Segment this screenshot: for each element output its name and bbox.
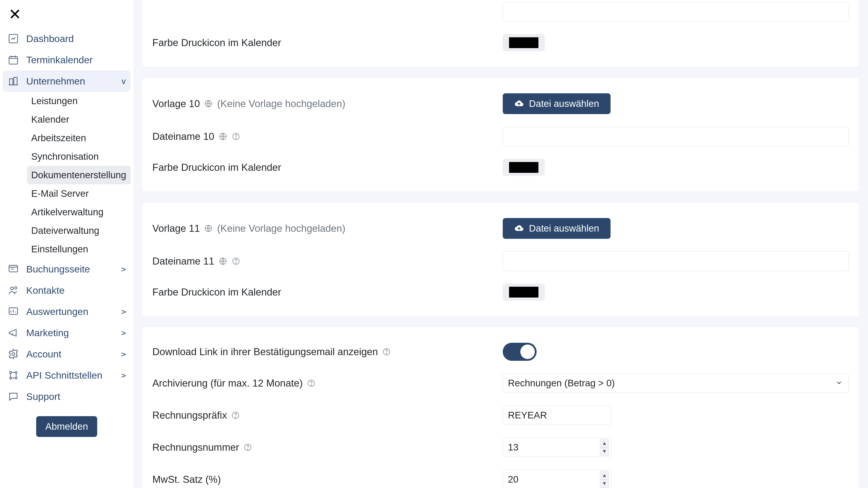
- logout-button[interactable]: Abmelden: [36, 416, 97, 437]
- globe-icon: [218, 132, 227, 141]
- color-picker-10[interactable]: [503, 159, 545, 176]
- chevron-right-icon: >: [121, 371, 126, 380]
- svg-point-20: [9, 371, 11, 373]
- archive-label: Archivierung (für max. 12 Monate): [152, 378, 303, 389]
- sidebar-sub-dokumentenerstellung[interactable]: Dokumentenerstellung: [27, 166, 131, 184]
- sidebar-item-auswertungen[interactable]: Auswertungen >: [3, 301, 131, 322]
- globe-icon: [218, 257, 227, 266]
- svg-point-35: [311, 385, 312, 385]
- invoice-no-stepper[interactable]: ▲ ▼: [600, 439, 609, 456]
- sidebar-item-label: API Schnittstellen: [26, 370, 114, 381]
- color-picker-11[interactable]: [503, 284, 545, 301]
- download-link-label: Download Link in ihrer Bestätigungsemail…: [152, 346, 378, 357]
- template11-hint: (Keine Vorlage hochgeladen): [217, 223, 345, 234]
- sidebar-item-buchungsseite[interactable]: Buchungsseite >: [3, 258, 131, 280]
- sidebar-sub-leistungen[interactable]: Leistungen: [27, 92, 131, 110]
- sidebar-sub-einstellungen[interactable]: Einstellungen: [27, 240, 131, 258]
- svg-rect-7: [9, 79, 13, 85]
- svg-point-27: [236, 138, 237, 139]
- stepper-down-icon[interactable]: ▼: [600, 448, 609, 456]
- sidebar-item-label: Auswertungen: [26, 306, 114, 317]
- color-label: Farbe Druckicon im Kalender: [152, 37, 281, 48]
- svg-point-31: [236, 263, 237, 263]
- sidebar-sub-email-server[interactable]: E-Mail Server: [27, 184, 131, 203]
- choose-file-button-11[interactable]: Datei auswählen: [503, 218, 611, 239]
- prefix-input[interactable]: [503, 405, 611, 425]
- stepper-down-icon[interactable]: ▼: [600, 480, 609, 488]
- choose-file-button-10[interactable]: Datei auswählen: [503, 93, 611, 114]
- cloud-upload-icon: [514, 223, 524, 233]
- svg-point-22: [9, 377, 11, 379]
- sidebar-item-label: Support: [26, 391, 126, 402]
- sidebar-sub-artikelverwaltung[interactable]: Artikelverwaltung: [27, 203, 131, 221]
- svg-point-13: [11, 287, 13, 290]
- invoice-no-input[interactable]: [503, 437, 611, 457]
- invoice-no-label: Rechnungsnummer: [152, 442, 239, 453]
- help-icon[interactable]: [307, 379, 316, 388]
- help-icon[interactable]: [231, 132, 241, 141]
- help-icon[interactable]: [243, 443, 252, 452]
- archive-select-value: Rechnungen (Betrag > 0): [503, 373, 849, 393]
- chevron-right-icon: >: [121, 307, 126, 316]
- close-sidebar-button[interactable]: [5, 4, 24, 24]
- download-link-toggle[interactable]: [503, 343, 537, 361]
- template10-hint: (Keine Vorlage hochgeladen): [217, 98, 345, 109]
- chevron-right-icon: >: [121, 350, 126, 359]
- sidebar-item-terminkalender[interactable]: Terminkalender: [3, 49, 131, 70]
- help-icon[interactable]: [382, 347, 391, 356]
- api-icon: [7, 369, 20, 381]
- help-icon[interactable]: [231, 257, 241, 266]
- color-picker-prev[interactable]: [503, 34, 545, 51]
- sidebar-item-account[interactable]: Account >: [3, 344, 131, 365]
- globe-icon: [204, 224, 213, 233]
- help-icon[interactable]: [231, 411, 240, 420]
- sidebar-item-dashboard[interactable]: Dashboard: [3, 28, 131, 49]
- filename10-input[interactable]: [503, 127, 849, 146]
- choose-file-label: Datei auswählen: [529, 98, 599, 109]
- sidebar-item-api[interactable]: API Schnittstellen >: [3, 365, 131, 386]
- stepper-up-icon[interactable]: ▲: [600, 471, 609, 480]
- svg-point-33: [386, 353, 387, 354]
- template10-title: Vorlage 10: [152, 98, 200, 109]
- color10-label: Farbe Druckicon im Kalender: [152, 162, 281, 173]
- sidebar-sub-arbeitszeiten[interactable]: Arbeitszeiten: [27, 129, 131, 147]
- sidebar-item-kontakte[interactable]: Kontakte: [3, 280, 131, 301]
- filename11-label: Dateiname 11: [152, 256, 214, 267]
- company-icon: [7, 75, 20, 87]
- reports-icon: [7, 305, 20, 318]
- template-card-prev: Farbe Druckicon im Kalender: [143, 0, 859, 67]
- svg-point-19: [12, 353, 15, 356]
- vat-input[interactable]: [503, 470, 611, 488]
- stepper-up-icon[interactable]: ▲: [600, 439, 609, 448]
- svg-point-14: [14, 287, 17, 289]
- calendar-icon: [7, 54, 20, 66]
- chevron-down-icon: v: [121, 76, 126, 86]
- sidebar-item-unternehmen[interactable]: Unternehmen v: [3, 70, 131, 92]
- toggle-knob: [520, 345, 535, 359]
- color-swatch: [509, 37, 538, 48]
- sidebar-sub-kalender[interactable]: Kalender: [27, 110, 131, 129]
- color-swatch: [509, 287, 538, 297]
- sidebar-sub-synchronisation[interactable]: Synchronisation: [27, 147, 131, 166]
- svg-rect-3: [9, 57, 18, 64]
- document-settings-card: Download Link in ihrer Bestätigungsemail…: [143, 327, 859, 488]
- sidebar-item-support[interactable]: Support: [3, 386, 131, 407]
- svg-point-39: [248, 449, 248, 450]
- chevron-right-icon: >: [121, 328, 126, 337]
- vat-stepper[interactable]: ▲ ▼: [600, 471, 609, 488]
- archive-select[interactable]: Rechnungen (Betrag > 0): [503, 373, 849, 393]
- svg-point-21: [15, 371, 17, 373]
- sidebar-item-label: Marketing: [26, 327, 114, 338]
- sidebar-item-label: Unternehmen: [26, 76, 114, 87]
- filename-prev-input[interactable]: [503, 2, 849, 22]
- dashboard-icon: [7, 33, 20, 45]
- marketing-icon: [7, 327, 20, 339]
- globe-icon: [204, 99, 213, 108]
- prefix-label: Rechnungspräfix: [152, 410, 227, 421]
- sidebar-item-label: Dashboard: [26, 33, 126, 44]
- svg-point-23: [15, 377, 17, 379]
- filename11-input[interactable]: [503, 252, 849, 271]
- support-icon: [7, 390, 20, 402]
- sidebar-sub-dateiverwaltung[interactable]: Dateiverwaltung: [27, 221, 131, 240]
- sidebar-item-marketing[interactable]: Marketing >: [3, 322, 131, 344]
